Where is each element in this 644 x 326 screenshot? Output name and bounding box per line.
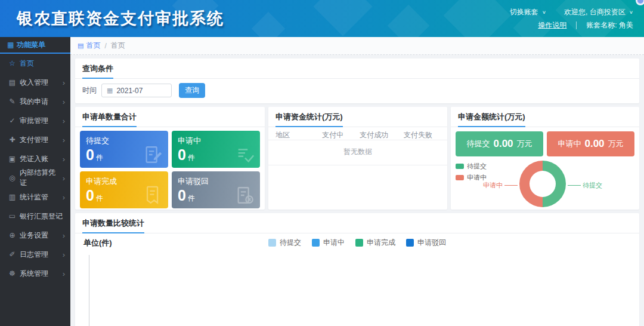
- doc-edit-icon: [143, 144, 163, 165]
- breadcrumb-separator: /: [104, 42, 106, 50]
- compare-chart-legend: 待提交 申请中 申请完成 申请驳回: [268, 238, 446, 248]
- y-axis-unit-label: 单位(件): [83, 238, 112, 248]
- donut-legend-applying[interactable]: 申请中: [456, 173, 487, 182]
- chevron-right-icon: ›: [63, 270, 65, 278]
- breadcrumb: ▤ 首页 / 首页: [70, 37, 644, 55]
- sidebar-item-payment[interactable]: ✚ 支付管理 ›: [0, 130, 70, 149]
- app-header: 银农直联资金支付审批系统 切换账套 ∨ 欢迎您, 台商投资区 ∨ 操作说明 账套…: [0, 0, 644, 37]
- system-gear-icon: ☸: [8, 269, 17, 278]
- chevron-right-icon: ›: [63, 98, 65, 106]
- application-count-panel: 申请单数量合计 待提交 0件 申请中 0件: [75, 107, 265, 210]
- menu-grid-icon: ▦: [7, 41, 14, 49]
- help-link[interactable]: 操作说明: [538, 20, 566, 30]
- chevron-right-icon: ›: [63, 79, 65, 87]
- compare-panel-title: 申请数量比较统计: [82, 218, 144, 233]
- column-header: 支付中: [314, 130, 352, 140]
- sidebar-item-system[interactable]: ☸ 系统管理 ›: [0, 264, 70, 283]
- welcome-user-dropdown[interactable]: 欢迎您, 台商投资区: [564, 7, 626, 17]
- chevron-right-icon: ›: [63, 117, 65, 125]
- stat-card-rejected: 申请驳回 0件: [172, 171, 260, 208]
- account-name-label: 账套名称: 角美: [586, 20, 633, 30]
- sidebar-item-home[interactable]: ☆ 首页: [0, 54, 70, 73]
- business-settings-icon: ⊕: [8, 231, 17, 239]
- switch-account-dropdown[interactable]: 切换账套: [510, 7, 538, 17]
- approval-check-icon: ✓: [8, 116, 17, 125]
- document-icon: ▤: [78, 42, 83, 50]
- chevron-right-icon: ›: [63, 232, 65, 239]
- chevron-right-icon: ›: [63, 251, 65, 259]
- chevron-down-icon: ∨: [629, 10, 633, 15]
- donut-label-applying: 申请中: [483, 181, 518, 190]
- header-decor-shape: [314, 0, 373, 36]
- label-line: [504, 185, 518, 186]
- search-button[interactable]: 查询: [179, 83, 205, 98]
- query-panel-title: 查询条件: [82, 63, 113, 79]
- chevron-right-icon: ›: [63, 174, 65, 182]
- column-header: 支付失败: [396, 130, 440, 140]
- breadcrumb-current: 首页: [111, 41, 125, 51]
- sidebar-item-internal-settlement[interactable]: ◎ 内部结算凭证 ›: [0, 168, 70, 187]
- doc-reject-icon: [235, 185, 255, 205]
- legend-swatch: [268, 239, 276, 247]
- divider: [576, 21, 577, 29]
- amount-panel-title: 申请金额统计(万元): [458, 112, 525, 127]
- bank-draft-card-icon: ▭: [8, 212, 17, 220]
- legend-item-applying[interactable]: 申请中: [312, 238, 345, 248]
- legend-item-completed[interactable]: 申请完成: [355, 238, 395, 248]
- breadcrumb-home-link[interactable]: 首页: [86, 41, 100, 51]
- stats-bars-icon: ▥: [8, 193, 17, 201]
- main-area: ▤ 首页 / 首页 查询条件 时间 ▦ 2021-07 查询 申请单数量合计: [70, 37, 644, 326]
- funds-stats-panel: 申请资金统计(万元) 地区 支付中 支付成功 支付失败 暂无数据: [268, 107, 447, 210]
- sidebar-item-income[interactable]: ▤ 收入管理 ›: [0, 73, 70, 92]
- header-decor-shape: [252, 12, 286, 37]
- sidebar-item-log[interactable]: ✐ 日志管理 ›: [0, 245, 70, 264]
- query-panel: 查询条件 时间 ▦ 2021-07 查询: [75, 59, 639, 103]
- label-line: [568, 185, 581, 186]
- legend-swatch: [406, 239, 414, 247]
- my-apply-pencil-icon: ✎: [8, 97, 17, 106]
- app-title: 银农直联资金支付审批系统: [17, 8, 224, 29]
- calendar-icon: ▦: [107, 87, 113, 94]
- amount-badge-applying: 申请中 0.00 万元: [547, 131, 634, 156]
- donut-legend-pending[interactable]: 待提交: [456, 162, 487, 171]
- sidebar-menu-header: ▦ 功能菜单: [0, 37, 70, 54]
- income-doc-icon: ▤: [8, 78, 17, 87]
- count-panel-title: 申请单数量合计: [82, 112, 137, 127]
- sidebar-item-voucher-entry[interactable]: ▣ 凭证入账 ›: [0, 149, 70, 168]
- bar-chart-plot-area: [89, 255, 630, 326]
- sidebar: ▦ 功能菜单 ☆ 首页 ▤ 收入管理 › ✎ 我的申请 › ✓ 审批管理 › ✚…: [0, 37, 70, 326]
- legend-swatch: [456, 175, 464, 180]
- sidebar-item-stats-supervision[interactable]: ▥ 统计监管 ›: [0, 187, 70, 207]
- donut-chart-area: 待提交 申请中 申请中 待提交: [451, 159, 639, 219]
- donut-label-pending: 待提交: [568, 181, 602, 190]
- time-picker-input[interactable]: ▦ 2021-07: [101, 84, 172, 97]
- legend-item-pending-submit[interactable]: 待提交: [268, 238, 301, 248]
- home-star-icon: ☆: [8, 59, 17, 67]
- sidebar-item-approval[interactable]: ✓ 审批管理 ›: [0, 111, 70, 130]
- sidebar-item-my-apply[interactable]: ✎ 我的申请 ›: [0, 92, 70, 111]
- amount-stats-panel: 申请金额统计(万元) 待提交 0.00 万元 申请中 0.00 万元: [451, 107, 639, 210]
- legend-swatch: [312, 239, 320, 247]
- funds-table-header: 地区 支付中 支付成功 支付失败: [268, 127, 447, 140]
- chevron-down-icon: ∨: [542, 10, 546, 15]
- chevron-right-icon: ›: [63, 193, 65, 201]
- header-decor-shape: [388, 5, 430, 37]
- internal-settlement-icon: ◎: [8, 174, 17, 182]
- payment-cross-icon: ✚: [8, 136, 17, 144]
- notification-dot[interactable]: [636, 0, 644, 5]
- log-edit-icon: ✐: [8, 250, 17, 259]
- donut-chart: [519, 161, 566, 207]
- funds-panel-title: 申请资金统计(万元): [275, 112, 343, 127]
- sidebar-item-business-settings[interactable]: ⊕ 业务设置 ›: [0, 226, 70, 245]
- amount-badge-pending: 待提交 0.00 万元: [456, 131, 543, 156]
- column-header: 支付成功: [352, 130, 396, 140]
- voucher-bag-icon: ▣: [8, 155, 17, 163]
- legend-swatch: [456, 164, 464, 169]
- sidebar-item-bank-draft[interactable]: ▭ 银行汇票登记: [0, 207, 70, 226]
- stat-card-applying: 申请中 0件: [172, 131, 260, 168]
- legend-item-rejected[interactable]: 申请驳回: [406, 238, 446, 248]
- time-label: 时间: [82, 85, 97, 96]
- list-check-icon: [235, 144, 255, 165]
- stat-card-pending-submit: 待提交 0件: [80, 131, 168, 168]
- stat-card-completed: 申请完成 0件: [80, 171, 168, 208]
